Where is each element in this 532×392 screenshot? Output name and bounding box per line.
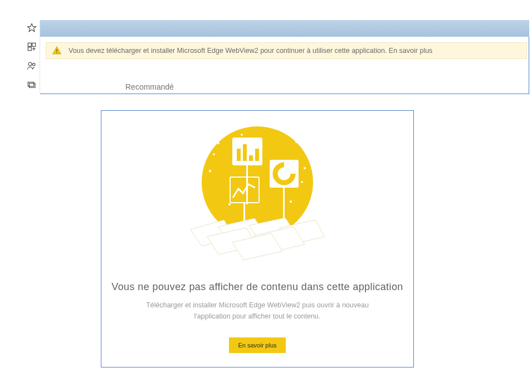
svg-rect-1 [28, 43, 31, 46]
svg-point-7 [32, 63, 35, 66]
people-icon[interactable] [26, 60, 37, 71]
tab-recommended[interactable]: Recommandé [125, 82, 174, 91]
star-icon[interactable] [26, 22, 37, 33]
svg-rect-22 [243, 144, 247, 161]
svg-marker-0 [27, 24, 36, 32]
subtext-line-1: Télécharger et installer Microsoft Edge … [146, 301, 369, 309]
learn-more-button[interactable]: En savoir plus [229, 337, 285, 353]
subtext-line-2: l'application pour afficher tout le cont… [194, 312, 321, 320]
svg-rect-3 [28, 47, 31, 51]
svg-rect-8 [28, 82, 34, 87]
empty-state-headline: Vous ne pouvez pas afficher de contenu d… [111, 281, 403, 293]
notice-text: Vous devez télécharger et installer Micr… [69, 47, 432, 55]
svg-rect-23 [249, 155, 253, 161]
svg-point-16 [209, 170, 211, 172]
svg-point-15 [295, 141, 297, 143]
svg-point-6 [28, 62, 32, 66]
stack-icon[interactable] [26, 79, 37, 90]
grid-plus-icon[interactable] [26, 41, 37, 52]
svg-rect-24 [255, 149, 259, 161]
svg-point-17 [304, 167, 306, 169]
warning-icon [52, 46, 62, 56]
svg-rect-30 [283, 188, 285, 221]
empty-state-panel: Vous ne pouvez pas afficher de contenu d… [101, 110, 414, 367]
window-header-banner [23, 20, 529, 37]
illustration [101, 111, 413, 261]
svg-rect-11 [56, 49, 57, 52]
svg-rect-21 [237, 149, 241, 161]
svg-rect-29 [246, 165, 248, 204]
left-sidebar [23, 20, 40, 94]
webview2-notice-bar: Vous devez télécharger et installer Micr… [46, 42, 527, 59]
svg-point-19 [290, 200, 292, 203]
svg-rect-2 [32, 43, 35, 46]
svg-point-14 [217, 142, 219, 144]
svg-point-18 [228, 203, 231, 205]
empty-state-subtext: Télécharger et installer Microsoft Edge … [124, 300, 391, 322]
svg-rect-9 [29, 84, 35, 88]
svg-rect-12 [56, 52, 57, 53]
